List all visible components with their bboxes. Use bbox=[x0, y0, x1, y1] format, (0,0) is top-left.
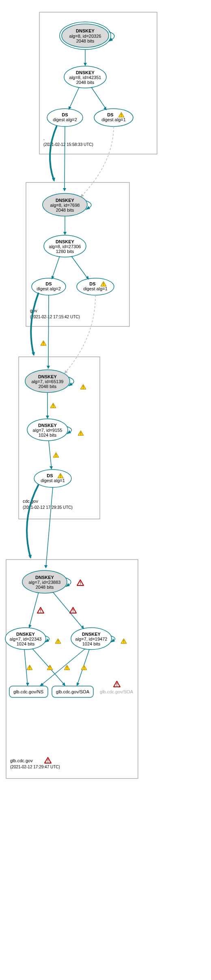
node-cdc-ksk: DNSKEY alg=7, id=65139 2048 bits bbox=[25, 370, 70, 392]
svg-text:!: ! bbox=[123, 639, 125, 644]
svg-text:alg=7, id=22343: alg=7, id=22343 bbox=[10, 637, 42, 641]
sub2: 2048 bits bbox=[76, 80, 95, 85]
edge-cdcds1-to-glbksk-bold bbox=[27, 485, 39, 558]
edge-rootds2-to-govksk-bold bbox=[50, 126, 57, 180]
svg-text:alg=7, id=19472: alg=7, id=19472 bbox=[75, 637, 108, 641]
svg-text:2048 bits: 2048 bits bbox=[56, 208, 74, 212]
label: DS bbox=[62, 112, 68, 117]
svg-text:!: ! bbox=[29, 665, 30, 670]
warn-icon: ! bbox=[81, 665, 87, 670]
svg-text:!: ! bbox=[80, 431, 82, 436]
svg-marker-38 bbox=[47, 366, 50, 369]
node-glb-zsk-a: DNSKEY alg=7, id=22343 1024 bits bbox=[5, 628, 46, 650]
label: DNSKEY bbox=[76, 70, 95, 75]
svg-text:!: ! bbox=[116, 682, 118, 687]
edge-rootds1-to-govksk bbox=[81, 127, 114, 197]
error-icon: ! bbox=[45, 757, 51, 763]
svg-text:!: ! bbox=[43, 341, 44, 346]
node-glb-zsk-b: DNSKEY alg=7, id=19472 1024 bits bbox=[71, 628, 112, 650]
zone-gov-ts: (2021-02-12 17:15:42 UTC) bbox=[30, 315, 80, 319]
label: DS bbox=[107, 112, 113, 117]
node-root-zsk: DNSKEY alg=8, id=42351 2048 bits bbox=[64, 66, 106, 88]
warn-icon: ! bbox=[80, 384, 86, 390]
node-gov-zsk: DNSKEY alg=8, id=27306 1280 bits bbox=[44, 235, 86, 257]
node-glb-ksk: DNSKEY alg=7, id=23883 2048 bits bbox=[22, 570, 67, 593]
svg-text:!: ! bbox=[60, 474, 61, 478]
svg-text:1024 bits: 1024 bits bbox=[17, 641, 35, 646]
svg-text:!: ! bbox=[80, 581, 81, 585]
edge-rootds2-to-govksk bbox=[65, 127, 65, 191]
svg-text:!: ! bbox=[40, 608, 41, 613]
edge-rootzsk-to-ds2 bbox=[69, 87, 79, 109]
svg-text:!: ! bbox=[52, 403, 54, 408]
svg-text:1024 bits: 1024 bits bbox=[39, 433, 57, 437]
node-gov-ds2: DS digest alg=2 bbox=[32, 278, 66, 295]
svg-text:1024 bits: 1024 bits bbox=[82, 641, 101, 646]
svg-text:alg=8, id=27306: alg=8, id=27306 bbox=[49, 244, 81, 249]
arrow bbox=[109, 38, 113, 41]
svg-text:alg=8, id=7698: alg=8, id=7698 bbox=[50, 203, 80, 208]
svg-text:DNSKEY: DNSKEY bbox=[35, 575, 54, 580]
svg-text:alg=7, id=65139: alg=7, id=65139 bbox=[32, 379, 64, 384]
svg-text:!: ! bbox=[83, 665, 85, 670]
svg-text:!: ! bbox=[82, 385, 84, 390]
svg-marker-35 bbox=[32, 352, 35, 356]
svg-text:2048 bits: 2048 bits bbox=[36, 585, 54, 590]
svg-text:digest alg=1: digest alg=1 bbox=[41, 478, 65, 483]
svg-text:digest alg=1: digest alg=1 bbox=[83, 286, 108, 291]
edge-govds1-to-cdcksk bbox=[65, 295, 95, 373]
warn-icon: ! bbox=[27, 665, 32, 670]
svg-text:!: ! bbox=[72, 608, 74, 613]
node-glb-ns: glb.cdc.gov/NS bbox=[9, 686, 48, 697]
svg-text:!: ! bbox=[121, 113, 122, 118]
svg-text:DNSKEY: DNSKEY bbox=[56, 239, 75, 244]
svg-marker-92 bbox=[29, 624, 32, 628]
svg-text:!: ! bbox=[57, 639, 59, 644]
svg-text:glb.cdc.gov/SOA: glb.cdc.gov/SOA bbox=[100, 689, 133, 694]
svg-text:glb.cdc.gov/NS: glb.cdc.gov/NS bbox=[13, 689, 43, 694]
error-icon: ! bbox=[37, 607, 44, 613]
error-icon: ! bbox=[70, 607, 76, 613]
zone-glb-ts: (2021-02-12 17:29:47 UTC) bbox=[10, 765, 60, 769]
error-icon: ! bbox=[77, 580, 84, 585]
svg-text:DNSKEY: DNSKEY bbox=[38, 423, 57, 428]
svg-text:DNSKEY: DNSKEY bbox=[82, 632, 101, 637]
svg-text:2048 bits: 2048 bits bbox=[39, 384, 57, 389]
svg-text:DNSKEY: DNSKEY bbox=[38, 374, 57, 379]
edge-govds2-to-cdcksk bbox=[48, 295, 49, 368]
edge-govds2-to-cdcksk-bold bbox=[31, 293, 39, 355]
node-glb-soa-grey: glb.cdc.gov/SOA bbox=[100, 689, 133, 694]
warn-icon: ! bbox=[121, 639, 127, 644]
svg-marker-66 bbox=[28, 555, 32, 559]
svg-text:!: ! bbox=[47, 758, 49, 763]
node-gov-ksk: DNSKEY alg=8, id=7698 2048 bits bbox=[43, 193, 87, 216]
svg-text:!: ! bbox=[55, 453, 57, 458]
svg-text:digest alg=2: digest alg=2 bbox=[37, 286, 61, 291]
zone-glb-name: glb.cdc.gov bbox=[10, 758, 33, 763]
node-cdc-ds1: DS digest alg=1 bbox=[34, 470, 71, 487]
svg-marker-24 bbox=[63, 232, 67, 235]
svg-text:DS: DS bbox=[47, 473, 53, 478]
svg-text:!: ! bbox=[103, 282, 104, 287]
svg-text:DNSKEY: DNSKEY bbox=[56, 198, 75, 203]
svg-text:alg=7, id=23883: alg=7, id=23883 bbox=[29, 580, 61, 585]
svg-marker-12 bbox=[63, 188, 66, 191]
sub1: digest alg=2 bbox=[53, 117, 77, 122]
node-root-ds1: DS digest alg=1 bbox=[94, 109, 133, 127]
svg-text:DNSKEY: DNSKEY bbox=[16, 632, 35, 637]
label: DNSKEY bbox=[76, 28, 95, 33]
sub2: 2048 bits bbox=[76, 39, 95, 43]
sub1: digest alg=1 bbox=[101, 117, 126, 122]
svg-text:1280 bits: 1280 bits bbox=[56, 249, 74, 254]
warn-icon: ! bbox=[50, 403, 56, 408]
svg-text:!: ! bbox=[49, 665, 51, 670]
edge-rootzsk-to-ds1 bbox=[91, 87, 106, 109]
node-gov-ds1: DS digest alg=1 bbox=[77, 278, 114, 295]
sub1: alg=8, id=20326 bbox=[69, 34, 101, 39]
svg-text:alg=7, id=9155: alg=7, id=9155 bbox=[33, 428, 62, 433]
sub1: alg=8, id=42351 bbox=[69, 75, 101, 80]
node-root-ds2: DS digest alg=2 bbox=[47, 109, 83, 127]
svg-marker-105 bbox=[26, 683, 29, 686]
svg-text:glb.cdc.gov/SOA: glb.cdc.gov/SOA bbox=[56, 689, 90, 694]
warn-icon: ! bbox=[41, 341, 46, 346]
